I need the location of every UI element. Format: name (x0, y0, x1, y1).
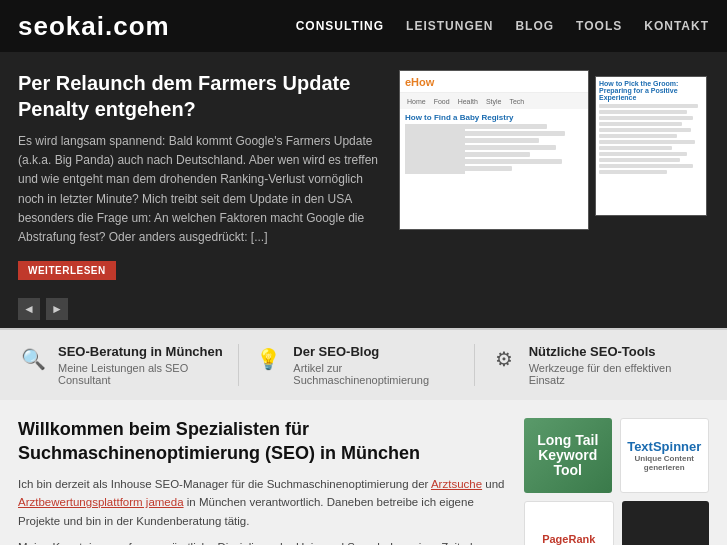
hero-images: eHow Home Food Health Style Tech How to … (399, 70, 709, 280)
nav-leistungen[interactable]: LEISTUNGEN (406, 19, 493, 33)
textspinner-desc: Unique Content generieren (621, 454, 709, 472)
hero-section: Per Relaunch dem Farmers Update Penalty … (0, 52, 727, 290)
hero-screenshot-side: How to Pick the Groom: Preparing for a P… (595, 76, 707, 216)
feature-seo-beratung[interactable]: 🔍 SEO-Beratung in München Meine Leistung… (18, 344, 238, 386)
jameda-link[interactable]: Arztbewertungsplattform jameda (18, 496, 184, 508)
bulb-icon: 💡 (253, 344, 283, 374)
nav-kontakt[interactable]: KONTAKT (644, 19, 709, 33)
hero-body: Es wird langsam spannend: Bald kommt Goo… (18, 132, 383, 247)
next-arrow[interactable]: ► (46, 298, 68, 320)
main-para-2: Meine Kenntnisse umfassen sämtliche Disz… (18, 538, 508, 545)
hero-title: Per Relaunch dem Farmers Update Penalty … (18, 70, 383, 122)
longtail-title: Long TailKeyword Tool (524, 425, 612, 487)
main-para-1: Ich bin derzeit als Inhouse SEO-Manager … (18, 475, 508, 530)
ehow-nav: Home Food Health Style Tech (400, 93, 588, 109)
arztsuche-link[interactable]: Arztsuche (431, 478, 482, 490)
sidebar-widgets: Long TailKeyword Tool TextSpinner Unique… (524, 418, 709, 545)
dark-widget[interactable] (622, 501, 710, 545)
feature-title-3: Nützliche SEO-Tools (529, 344, 695, 359)
nav-blog[interactable]: BLOG (515, 19, 554, 33)
pagerank-widget[interactable]: PageRank (524, 501, 614, 545)
features-bar: 🔍 SEO-Beratung in München Meine Leistung… (0, 328, 727, 400)
feature-desc-1: Meine Leistungen als SEO Consultant (58, 362, 224, 386)
feature-seo-tools[interactable]: ⚙ Nützliche SEO-Tools Werkzeuge für den … (474, 344, 709, 386)
prev-arrow[interactable]: ◄ (18, 298, 40, 320)
main-nav: CONSULTING LEISTUNGEN BLOG TOOLS KONTAKT (296, 19, 709, 33)
pagerank-brand: PageRank (542, 533, 595, 545)
nav-consulting[interactable]: CONSULTING (296, 19, 384, 33)
feature-title-1: SEO-Beratung in München (58, 344, 224, 359)
main-body: Ich bin derzeit als Inhouse SEO-Manager … (18, 475, 508, 545)
gear-icon: ⚙ (489, 344, 519, 374)
nav-tools[interactable]: TOOLS (576, 19, 622, 33)
main-content: Willkommen beim Spezialisten für Suchmas… (0, 400, 727, 545)
site-logo[interactable]: seokai.com (18, 11, 170, 42)
feature-desc-2: Artikel zur Suchmaschinenoptimierung (293, 362, 459, 386)
feature-desc-3: Werkzeuge für den effektiven Einsatz (529, 362, 695, 386)
hero-screenshot-main: eHow Home Food Health Style Tech How to … (399, 70, 589, 230)
widget-row-2: PageRank (524, 501, 709, 545)
longtail-widget[interactable]: Long TailKeyword Tool (524, 418, 612, 493)
site-header: seokai.com CONSULTING LEISTUNGEN BLOG TO… (0, 0, 727, 52)
hero-nav: ◄ ► (0, 290, 727, 328)
search-icon: 🔍 (18, 344, 48, 374)
widget-row-1: Long TailKeyword Tool TextSpinner Unique… (524, 418, 709, 493)
feature-seo-blog[interactable]: 💡 Der SEO-Blog Artikel zur Suchmaschinen… (238, 344, 473, 386)
feature-title-2: Der SEO-Blog (293, 344, 459, 359)
ehow-logo: eHow (405, 76, 434, 88)
main-text-area: Willkommen beim Spezialisten für Suchmas… (18, 418, 508, 545)
main-title: Willkommen beim Spezialisten für Suchmas… (18, 418, 508, 465)
hero-text-area: Per Relaunch dem Farmers Update Penalty … (18, 70, 399, 280)
ehow-image (405, 124, 465, 174)
textspinner-brand: TextSpinner (627, 439, 701, 454)
weiterlesen-button[interactable]: WEITERLESEN (18, 261, 116, 280)
textspinner-widget[interactable]: TextSpinner Unique Content generieren (620, 418, 710, 493)
